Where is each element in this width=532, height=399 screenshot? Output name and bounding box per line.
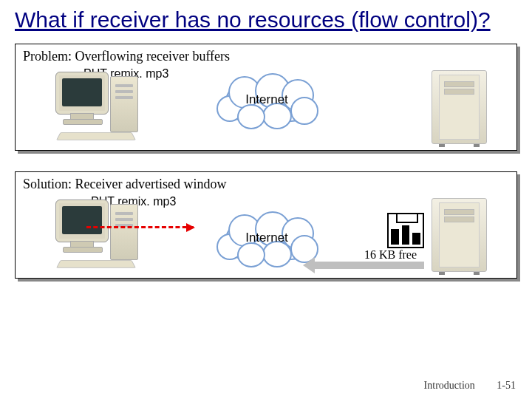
internet-cloud-icon: Internet [215,75,318,126]
cloud-label-solution: Internet [215,231,318,245]
advertised-window-arrow-icon [313,262,424,269]
problem-panel: Problem: Overflowing receiver buffers PU… [15,44,517,151]
receiver-buffer-icon [387,213,424,248]
slide-title: What if receiver has no resources (flow … [15,7,517,32]
cloud-label-problem: Internet [215,92,318,107]
solution-panel: Solution: Receiver advertised window PUT… [15,171,517,279]
data-arrow-icon [86,226,194,228]
advertised-window-label: 16 KB free [364,248,417,262]
client-computer-icon [52,72,141,142]
server-icon [432,198,487,272]
server-icon [432,70,487,144]
solution-heading: Solution: Receiver advertised window [23,177,509,192]
chapter-label: Introduction [424,380,475,391]
client-computer-icon [52,200,141,270]
slide-footer: Introduction 1-51 [424,380,516,392]
problem-heading: Problem: Overflowing receiver buffers [23,49,509,64]
page-number: 1-51 [497,380,516,391]
